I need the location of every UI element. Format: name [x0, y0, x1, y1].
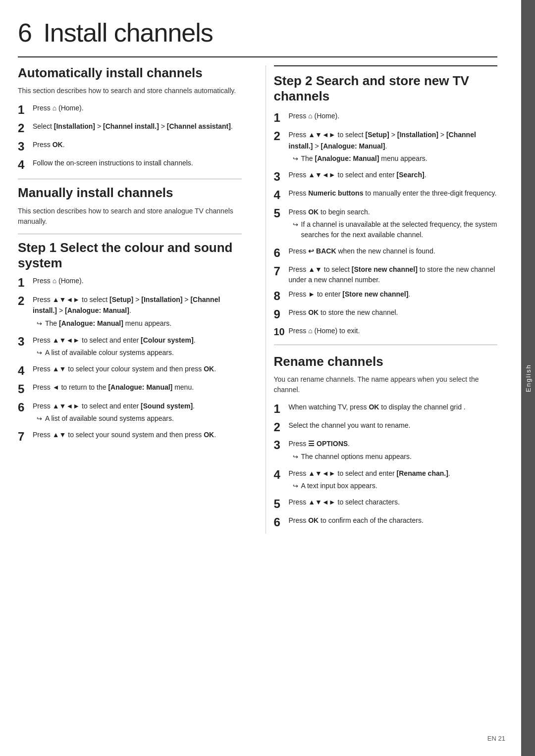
home-icon-2: [53, 277, 56, 285]
step2-6: 6 Press ↩ BACK when the new channel is f…: [274, 246, 498, 260]
footer-text: EN 21: [487, 735, 505, 742]
chapter-title: Install channels: [43, 18, 213, 47]
rename-step-5: 5 Press ▲▼◄► to select characters.: [274, 497, 498, 511]
rename-step-6: 6 Press OK to confirm each of the charac…: [274, 515, 498, 530]
rename-step-2: 2 Select the channel you want to rename.: [274, 420, 498, 435]
main-content: 6 Install channels Automatically install…: [0, 0, 535, 756]
sidebar-label: English: [525, 364, 532, 392]
step1-6: 6 Press ▲▼◄► to select and enter [Sound …: [18, 401, 242, 426]
rename-step-1: 1 When watching TV, press OK to display …: [274, 402, 498, 416]
title-divider: [18, 56, 497, 57]
step2-9: 9 Press OK to store the new channel.: [274, 307, 498, 322]
step1-3: 3 Press ▲▼◄► to select and enter [Colour…: [18, 335, 242, 360]
rename-step-4: 4 Press ▲▼◄► to select and enter [Rename…: [274, 468, 498, 494]
step2-steps: 1 Press (Home). 2 Press ▲▼◄► to select […: [274, 111, 498, 337]
rename-step-4-note: ↪ A text input box appears.: [289, 481, 498, 491]
page-footer: EN 21: [487, 735, 505, 742]
chapter-num: 6: [18, 18, 32, 47]
home-icon-1: [53, 104, 56, 112]
step2-title-block: Step 2 Search and store new TV channels: [274, 65, 498, 104]
step2-1: 1 Press (Home).: [274, 111, 498, 125]
step1-5: 5 Press ◄ to return to the [Analogue: Ma…: [18, 382, 242, 397]
rename-step-3-note: ↪ The channel options menu appears.: [289, 452, 498, 462]
auto-section-title: Automatically install channels: [18, 65, 242, 81]
page-title: 6 Install channels: [18, 18, 497, 48]
step2-8: 8 Press ► to enter [Store new channel].: [274, 289, 498, 303]
two-col-layout: Automatically install channels This sect…: [18, 65, 497, 534]
rename-desc: You can rename channels. The name appear…: [274, 374, 498, 395]
step1-1: 1 Press (Home).: [18, 276, 242, 290]
step1-6-note: ↪ A list of available sound systems appe…: [33, 413, 242, 424]
step2-5-note: ↪ If a channel is unavailable at the sel…: [289, 219, 498, 240]
rename-title: Rename channels: [274, 354, 498, 369]
step2-5: 5 Press OK to begin search. ↪ If a chann…: [274, 206, 498, 243]
auto-step-4: 4 Follow the on-screen instructions to i…: [18, 158, 242, 172]
step1-title: Step 1 Select the colour and sound syste…: [18, 240, 242, 271]
step2-10: 10 Press (Home) to exit.: [274, 326, 498, 338]
step2-2-note: ↪ The [Analogue: Manual] menu appears.: [289, 153, 498, 164]
divider-1: [18, 179, 242, 179]
step1-steps: 1 Press (Home). 2 Press ▲▼◄► to select […: [18, 276, 242, 444]
rename-divider: [274, 345, 498, 345]
home-icon-3: [308, 112, 312, 120]
step2-2: 2 Press ▲▼◄► to select [Setup] > [Instal…: [274, 129, 498, 166]
divider-2: [18, 234, 242, 234]
step2-title: Step 2 Search and store new TV channels: [274, 73, 498, 104]
step1-4: 4 Press ▲▼ to select your colour system …: [18, 364, 242, 378]
rename-steps: 1 When watching TV, press OK to display …: [274, 402, 498, 530]
col-right: Step 2 Search and store new TV channels …: [266, 65, 498, 534]
step1-2-note: ↪ The [Analogue: Manual] menu appears.: [33, 318, 242, 329]
auto-step-2: 2 Select [Installation] > [Channel insta…: [18, 121, 242, 136]
sidebar-tab: English: [521, 0, 535, 756]
auto-step-1: 1 Press (Home).: [18, 103, 242, 117]
step1-3-note: ↪ A list of available colour systems app…: [33, 348, 242, 358]
auto-step-3: 3 Press OK.: [18, 140, 242, 154]
step1-7: 7 Press ▲▼ to select your sound system a…: [18, 430, 242, 444]
auto-steps: 1 Press (Home). 2 Select [Installation] …: [18, 103, 242, 172]
auto-section-desc: This section describes how to search and…: [18, 86, 242, 96]
page-container: English 6 Install channels Automatically…: [0, 0, 535, 756]
col-left: Automatically install channels This sect…: [18, 65, 250, 534]
step2-7: 7 Press ▲▼ to select [Store new channel]…: [274, 264, 498, 285]
step2-4: 4 Press Numeric buttons to manually ente…: [274, 188, 498, 202]
rename-section: Rename channels You can rename channels.…: [274, 354, 498, 530]
manual-section-desc: This section describes how to search and…: [18, 206, 242, 227]
manual-section-title: Manually install channels: [18, 185, 242, 201]
step1-2: 2 Press ▲▼◄► to select [Setup] > [Instal…: [18, 294, 242, 331]
home-icon-4: [308, 327, 312, 335]
step2-3: 3 Press ▲▼◄► to select and enter [Search…: [274, 170, 498, 184]
rename-step-3: 3 Press ☰ OPTIONS. ↪ The channel options…: [274, 438, 498, 464]
